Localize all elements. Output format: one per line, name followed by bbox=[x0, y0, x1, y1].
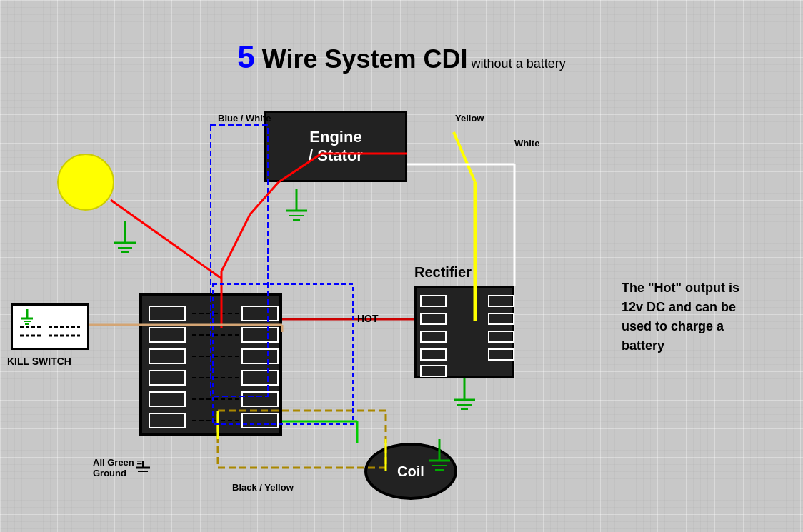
svg-line-49 bbox=[111, 200, 221, 278]
svg-line-37 bbox=[454, 132, 475, 182]
kill-switch-label: KILL SWITCH bbox=[7, 356, 71, 367]
cdi-box bbox=[139, 293, 282, 436]
rectifier-label: Rectifier bbox=[414, 264, 472, 281]
svg-rect-29 bbox=[421, 349, 446, 360]
svg-rect-12 bbox=[149, 392, 185, 406]
title-number: 5 bbox=[237, 39, 254, 74]
svg-rect-32 bbox=[489, 313, 514, 324]
svg-rect-8 bbox=[149, 306, 185, 321]
svg-rect-15 bbox=[242, 328, 278, 342]
white-label: White bbox=[514, 138, 539, 149]
page-title: 5 Wire System CDI without a battery bbox=[0, 39, 803, 75]
svg-rect-34 bbox=[489, 349, 514, 360]
svg-rect-28 bbox=[421, 331, 446, 342]
diagram: 5 Wire System CDI without a battery KILL… bbox=[0, 0, 803, 532]
coil-box: Coil bbox=[364, 443, 457, 500]
black-yellow-label: Black / Yellow bbox=[232, 482, 294, 493]
svg-rect-33 bbox=[489, 331, 514, 342]
svg-rect-10 bbox=[149, 349, 185, 363]
svg-rect-11 bbox=[149, 371, 185, 385]
svg-rect-27 bbox=[421, 313, 446, 324]
svg-rect-30 bbox=[421, 366, 446, 376]
coil-label: Coil bbox=[397, 463, 424, 480]
side-note: The "Hot" output is 12v DC and can be us… bbox=[622, 278, 764, 356]
svg-rect-31 bbox=[489, 296, 514, 306]
svg-rect-19 bbox=[242, 413, 278, 428]
yellow-label: Yellow bbox=[455, 113, 484, 124]
hot-label: HOT bbox=[357, 313, 379, 324]
svg-rect-17 bbox=[242, 371, 278, 385]
rectifier-box bbox=[414, 286, 514, 378]
kill-switch-box bbox=[11, 303, 89, 350]
engine-label: Engine/ Stator bbox=[309, 128, 363, 166]
engine-stator-box: Engine/ Stator bbox=[264, 111, 407, 182]
svg-rect-26 bbox=[421, 296, 446, 306]
svg-rect-16 bbox=[242, 349, 278, 363]
svg-rect-18 bbox=[242, 392, 278, 406]
svg-rect-13 bbox=[149, 413, 185, 428]
svg-rect-14 bbox=[242, 306, 278, 321]
ground-symbol bbox=[132, 461, 154, 482]
svg-rect-9 bbox=[149, 328, 185, 342]
blue-white-label: Blue / White bbox=[218, 113, 271, 124]
sun-icon bbox=[57, 154, 114, 211]
